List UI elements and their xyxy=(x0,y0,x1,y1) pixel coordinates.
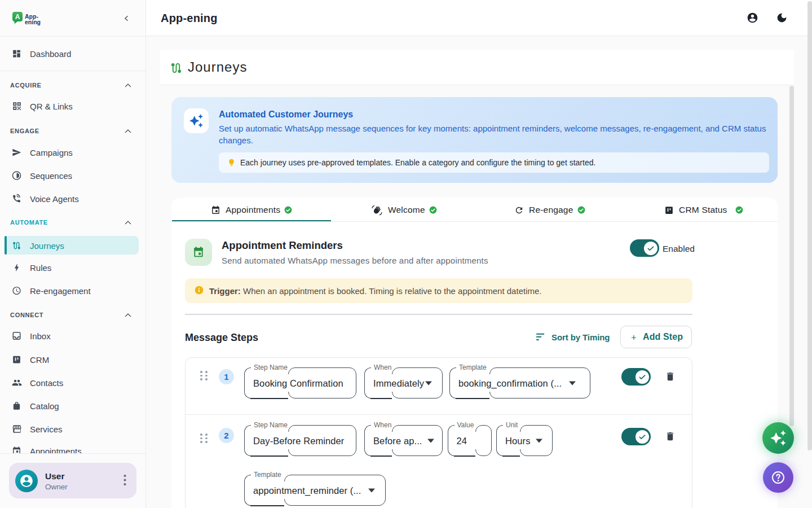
svg-text:A: A xyxy=(15,13,20,21)
